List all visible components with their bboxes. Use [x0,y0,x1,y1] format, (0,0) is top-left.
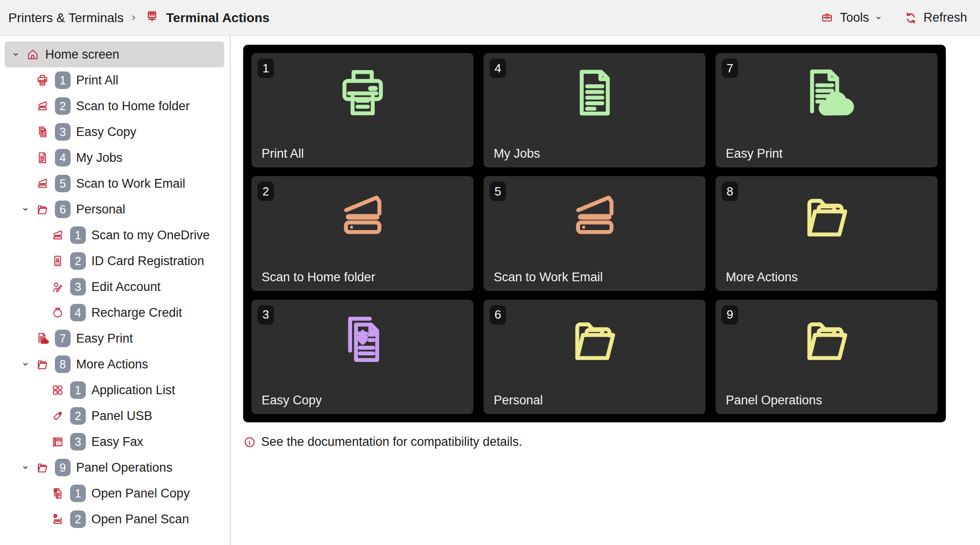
sidebar-item-label: My Jobs [76,151,123,165]
sidebar-item-personal[interactable]: 6Personal [0,196,230,222]
sidebar-item-label: Scan to Home folder [76,99,190,113]
sidebar-item-label: Scan to my OneDrive [91,228,210,243]
sidebar-item-label: Panel USB [91,409,152,423]
item-number-badge: 1 [70,226,86,244]
copy-icon [333,310,392,369]
chevron-down-icon [874,14,883,22]
item-number-badge: 2 [70,510,86,528]
item-number-badge: 9 [55,459,71,476]
breadcrumb: Printers & Terminals Terminal Actions [8,9,269,26]
chevron-down-icon [11,50,20,59]
sidebar-item-recharge-credit[interactable]: 4Recharge Credit [0,300,230,326]
tile-easy-copy[interactable]: 3Easy Copy [251,300,473,414]
tile-number-badge: 5 [490,182,506,201]
item-number-badge: 8 [55,355,71,373]
tile-number-badge: 6 [490,305,506,325]
sidebar-item-edit-account[interactable]: 3Edit Account [0,274,230,300]
sidebar-item-label: Easy Copy [76,125,137,139]
sidebar-item-label: Easy Print [76,332,133,346]
appgrid-icon [51,383,65,397]
tools-button[interactable]: Tools [820,11,883,25]
chevron-down-icon [21,205,30,214]
chevron-right-icon [129,13,138,22]
header: Printers & Terminals Terminal Actions To… [0,0,980,36]
item-number-badge: 3 [70,433,86,450]
sidebar-item-panel-operations[interactable]: 9Panel Operations [0,455,230,480]
item-number-badge: 7 [55,330,71,347]
tile-label: Print All [262,147,304,161]
sidebar-item-more-actions[interactable]: 8More Actions [0,351,230,377]
sidebar-item-label: ID Card Registration [91,254,204,268]
sidebar-item-scan-to-work-email[interactable]: 5Scan to Work Email [0,171,230,196]
doccloud-icon [36,332,49,345]
item-number-badge: 1 [55,71,71,89]
tile-grid: 1Print All4My Jobs7Easy Print2Scan to Ho… [243,45,946,422]
folder-icon [797,310,856,369]
folder-icon [36,202,49,216]
sidebar-item-easy-copy[interactable]: 3Easy Copy [0,119,230,145]
item-number-badge: 1 [70,485,86,502]
item-number-badge: 2 [70,407,86,425]
usb-icon [51,409,65,423]
tile-label: Easy Print [726,147,783,161]
sidebar-item-open-panel-copy[interactable]: 1Open Panel Copy [0,480,230,506]
idcard-icon [51,254,65,268]
tile-print-all[interactable]: 1Print All [251,53,473,167]
sidebar-item-my-jobs[interactable]: 4My Jobs [0,145,230,171]
sidebar-item-easy-fax[interactable]: 3Easy Fax [0,429,230,455]
tile-easy-print[interactable]: 7Easy Print [716,53,938,167]
sidebar-item-open-panel-scan[interactable]: 2Open Panel Scan [0,506,230,532]
tile-more-actions[interactable]: 8More Actions [716,176,938,290]
sidebar-item-label: Edit Account [91,280,161,294]
sidebar-item-label: Personal [76,202,125,217]
refresh-icon [904,11,918,25]
tile-label: Easy Copy [262,393,322,408]
tile-label: My Jobs [494,147,540,161]
refresh-button[interactable]: Refresh [904,11,967,25]
sidebar-item-label: Panel Operations [76,461,173,475]
page-title: Terminal Actions [166,11,269,25]
document-icon [565,63,624,122]
sidebar-tree: Home screen1Print All2Scan to Home folde… [0,36,231,545]
sidebar-item-label: Print All [76,73,119,88]
item-number-badge: 6 [55,201,71,218]
toolbox-icon [820,11,834,25]
moneybag-icon [51,306,65,320]
header-actions: Tools Refresh [820,11,967,25]
sidebar-item-scan-to-my-onedrive[interactable]: 1Scan to my OneDrive [0,222,230,248]
tile-label: More Actions [726,270,798,284]
tile-scan-to-home-folder[interactable]: 2Scan to Home folder [251,176,473,290]
editaccount-icon [51,280,65,294]
chevron-down-icon [21,463,30,472]
page-body: Home screen1Print All2Scan to Home folde… [0,36,980,545]
sidebar-item-label: Open Panel Copy [91,486,190,501]
tile-my-jobs[interactable]: 4My Jobs [484,53,705,167]
sidebar-item-home-screen[interactable]: Home screen [5,41,224,67]
item-number-badge: 3 [55,123,71,141]
item-number-badge: 4 [70,304,86,321]
folder-icon [565,310,624,369]
tile-number-badge: 3 [257,305,274,325]
chevron-down-icon [21,360,30,369]
tile-panel-operations[interactable]: 9Panel Operations [716,300,938,414]
sidebar-item-panel-usb[interactable]: 2Panel USB [0,403,230,429]
tile-number-badge: 1 [257,59,274,78]
folder-icon [36,357,49,371]
sidebar-item-label: Easy Fax [91,435,143,449]
sidebar-item-easy-print[interactable]: 7Easy Print [0,326,230,351]
scanner-icon [51,228,65,242]
item-number-badge: 3 [70,278,86,296]
sidebar-item-scan-to-home-folder[interactable]: 2Scan to Home folder [0,93,230,119]
tile-personal[interactable]: 6Personal [484,300,705,414]
sidebar-item-print-all[interactable]: 1Print All [0,67,230,93]
tile-number-badge: 7 [722,59,738,78]
tile-number-badge: 9 [722,305,738,325]
breadcrumb-root[interactable]: Printers & Terminals [8,11,124,25]
scanner-icon [565,186,624,245]
sidebar-item-application-list[interactable]: 1Application List [0,377,230,403]
item-number-badge: 5 [55,175,71,192]
sidebar-item-label: Recharge Credit [91,306,182,320]
scanbubble-icon [51,512,65,526]
tile-scan-to-work-email[interactable]: 5Scan to Work Email [484,176,705,290]
sidebar-item-id-card-registration[interactable]: 2ID Card Registration [0,248,230,274]
